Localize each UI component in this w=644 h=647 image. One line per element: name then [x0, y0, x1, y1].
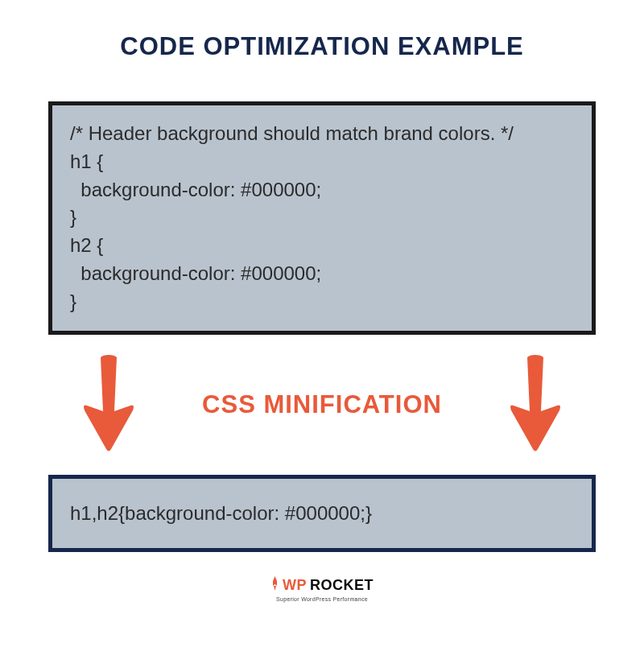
rocket-icon	[270, 576, 283, 595]
process-label: CSS MINIFICATION	[202, 390, 442, 419]
logo-tagline: Superior WordPress Performance	[276, 596, 368, 602]
logo-rocket-text: ROCKET	[310, 577, 374, 594]
after-code-text: h1,h2{background-color: #000000;}	[70, 500, 574, 528]
page-title: CODE OPTIMIZATION EXAMPLE	[120, 32, 524, 61]
before-code-text: /* Header background should match brand …	[70, 120, 574, 316]
wp-rocket-logo: WP ROCKET Superior WordPress Performance	[270, 576, 374, 602]
transformation-row: CSS MINIFICATION	[48, 335, 596, 475]
logo-text: WP ROCKET	[270, 576, 374, 595]
logo-wp-text: WP	[283, 577, 307, 594]
after-code-box: h1,h2{background-color: #000000;}	[48, 475, 596, 553]
arrow-down-icon	[499, 351, 572, 459]
before-code-box: /* Header background should match brand …	[48, 101, 596, 335]
arrow-down-icon	[72, 351, 145, 459]
